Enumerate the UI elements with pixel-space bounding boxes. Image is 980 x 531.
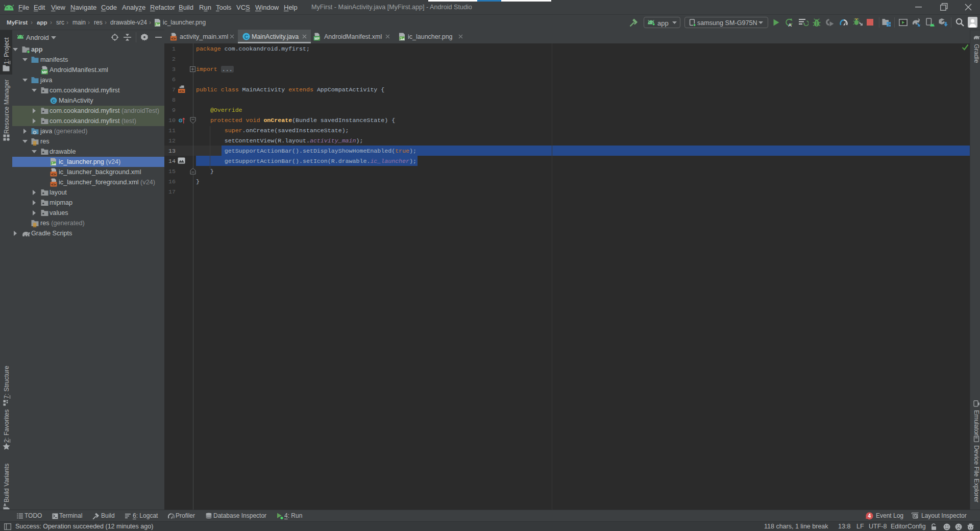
svg-text:C: C: [244, 34, 249, 40]
svg-text:A: A: [788, 22, 792, 27]
svg-text:MF: MF: [314, 37, 320, 40]
svg-text:<>: <>: [51, 172, 56, 177]
svg-text:C: C: [52, 98, 56, 104]
svg-text:4: 4: [868, 513, 871, 519]
svg-text:<>: <>: [171, 37, 176, 41]
svg-text:MF: MF: [42, 70, 47, 75]
svg-text:<>: <>: [179, 89, 184, 93]
svg-text:<>: <>: [51, 182, 56, 187]
